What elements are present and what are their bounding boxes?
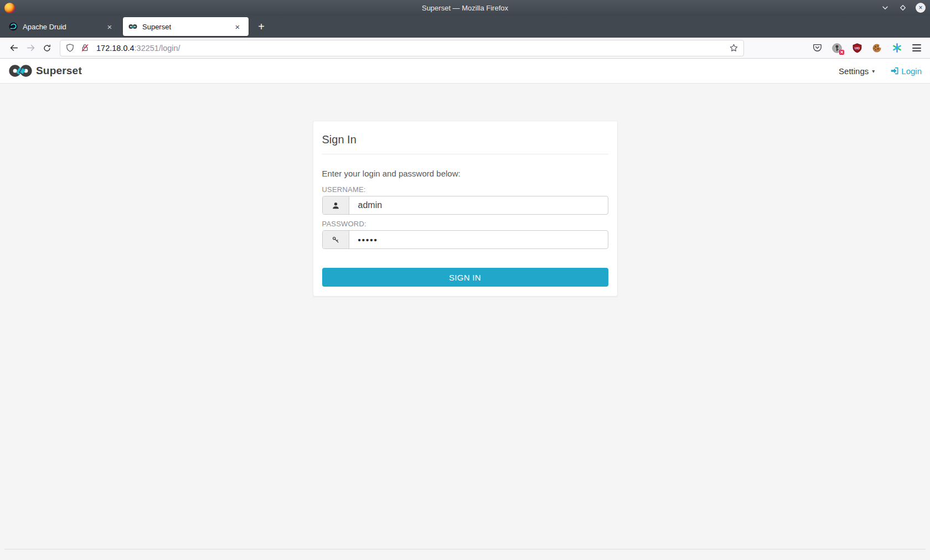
browser-toolbar: 172.18.0.4:32251/login/ ✕ bbox=[0, 38, 930, 59]
ublock-shield-icon: UO bbox=[852, 43, 862, 53]
sign-in-button[interactable]: SIGN IN bbox=[322, 268, 608, 287]
superset-logo-icon bbox=[8, 64, 33, 78]
footer-divider bbox=[4, 549, 926, 549]
maximize-diamond-icon bbox=[899, 4, 907, 12]
cookie-icon bbox=[871, 43, 882, 54]
forward-button[interactable] bbox=[22, 40, 39, 56]
url-host: 172.18.0.4 bbox=[96, 44, 135, 53]
caret-down-icon: ▾ bbox=[872, 68, 875, 74]
tab-apache-druid[interactable]: Apache Druid × bbox=[3, 17, 121, 36]
window-title: Superset — Mozilla Firefox bbox=[0, 4, 930, 12]
username-input[interactable] bbox=[349, 196, 608, 214]
password-label: PASSWORD: bbox=[322, 220, 608, 228]
new-tab-button[interactable]: + bbox=[253, 18, 270, 35]
chevron-down-icon bbox=[881, 4, 889, 12]
window-close-button[interactable]: × bbox=[916, 3, 926, 13]
url-path: :32251/login/ bbox=[135, 44, 180, 53]
superset-navbar: Superset Settings ▾ Login bbox=[0, 59, 930, 84]
password-input-group bbox=[322, 230, 608, 249]
password-input[interactable] bbox=[349, 231, 608, 248]
pocket-icon bbox=[812, 43, 823, 53]
superset-favicon-icon bbox=[128, 22, 137, 31]
consent-extension-button[interactable] bbox=[889, 40, 905, 56]
url-text: 172.18.0.4:32251/login/ bbox=[96, 44, 729, 53]
password-manager-extension-button[interactable]: ✕ bbox=[829, 40, 845, 56]
back-arrow-icon bbox=[9, 43, 19, 53]
druid-favicon-icon bbox=[9, 22, 18, 31]
close-icon: × bbox=[916, 3, 926, 13]
tab-label: Apache Druid bbox=[23, 23, 104, 31]
back-button[interactable] bbox=[6, 40, 22, 56]
login-icon bbox=[890, 66, 899, 75]
user-icon bbox=[332, 201, 340, 210]
card-title: Sign In bbox=[322, 129, 608, 154]
page-content: Sign In Enter your login and password be… bbox=[0, 84, 930, 559]
window-titlebar: Superset — Mozilla Firefox × bbox=[0, 0, 930, 15]
settings-label: Settings bbox=[839, 66, 869, 76]
firefox-logo-icon bbox=[4, 3, 15, 13]
tracking-shield-icon[interactable] bbox=[65, 43, 75, 53]
tab-strip: Apache Druid × Superset × + bbox=[0, 15, 930, 38]
superset-brand[interactable]: Superset bbox=[8, 64, 82, 78]
window-maximize-button[interactable] bbox=[898, 3, 908, 13]
pocket-button[interactable] bbox=[809, 40, 825, 56]
brand-label: Superset bbox=[36, 65, 82, 77]
insecure-lock-icon[interactable] bbox=[80, 43, 90, 53]
forward-arrow-icon bbox=[26, 43, 35, 53]
reload-button[interactable] bbox=[39, 40, 55, 56]
svg-text:UO: UO bbox=[855, 46, 860, 50]
login-label: Login bbox=[901, 66, 922, 76]
colorful-asterisk-icon bbox=[892, 43, 902, 53]
ublock-origin-button[interactable]: UO bbox=[849, 40, 865, 56]
menu-button[interactable] bbox=[909, 40, 924, 56]
bookmark-star-icon[interactable] bbox=[729, 43, 738, 53]
reload-icon bbox=[43, 44, 51, 53]
username-label: USERNAME: bbox=[322, 185, 608, 194]
tab-label: Superset bbox=[142, 23, 232, 31]
hamburger-icon bbox=[912, 44, 921, 51]
tab-close-button[interactable]: × bbox=[104, 21, 115, 32]
sign-in-card: Sign In Enter your login and password be… bbox=[313, 121, 618, 297]
username-addon bbox=[323, 196, 349, 214]
password-addon bbox=[323, 231, 349, 248]
tab-superset[interactable]: Superset × bbox=[123, 17, 249, 36]
login-instruction: Enter your login and password below: bbox=[322, 169, 608, 178]
error-badge: ✕ bbox=[839, 50, 844, 55]
settings-menu[interactable]: Settings ▾ bbox=[839, 66, 875, 76]
cookie-extension-button[interactable] bbox=[869, 40, 885, 56]
url-bar[interactable]: 172.18.0.4:32251/login/ bbox=[60, 40, 744, 56]
key-icon bbox=[332, 236, 340, 244]
window-minimize-button[interactable] bbox=[880, 3, 890, 13]
login-link[interactable]: Login bbox=[890, 66, 922, 76]
username-input-group bbox=[322, 196, 608, 215]
tab-close-button[interactable]: × bbox=[232, 21, 243, 32]
